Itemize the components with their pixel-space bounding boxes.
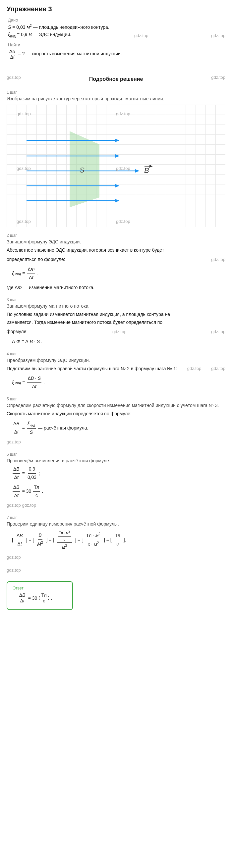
step-3-content: По условию задачи изменяется магнитная и… <box>7 311 225 345</box>
answer-box: Ответ ΔB Δt = 30 ( Тл с ) . <box>7 581 73 610</box>
step-5-label: 5 шаг <box>7 397 225 401</box>
page-title: Упражнение 3 <box>7 5 225 13</box>
find-block: Найти ΔB Δt = ? — скорость изменения маг… <box>7 42 225 60</box>
answer-formula: ΔB Δt = 30 ( Тл с ) . <box>18 592 67 603</box>
step-5-desc: Определим расчетную формулу для скорости… <box>7 403 225 408</box>
watermark-s3b: gdz.top <box>211 328 225 336</box>
watermark-diag-tl: gdz.top <box>17 111 31 116</box>
step-3-label: 3 шаг <box>7 298 225 302</box>
svg-marker-0 <box>69 131 99 207</box>
watermark-s6a: gdz.top <box>7 502 21 509</box>
given-block: Дано S = 0,03 м2 — площадь неподвижного … <box>7 18 225 39</box>
given-s: S = 0,03 м2 — площадь неподвижного конту… <box>8 24 225 30</box>
step-7: 7 шаг Проверим единицу измерения расчётн… <box>7 515 225 561</box>
watermark-s2: gdz.top <box>211 256 225 263</box>
svg-text:B: B <box>144 166 149 175</box>
step-2: 2 шаг Запишем формулу ЭДС индукции. Абсо… <box>7 233 225 291</box>
formula-db-calc: ΔB Δt = ξинд S — расчётная формула. <box>12 420 225 436</box>
svg-marker-2 <box>115 139 119 142</box>
step-1-label: 1 шаг <box>7 90 225 95</box>
svg-marker-8 <box>115 184 119 187</box>
step-2-content: Абсолютное значение ЭДС индукции, котора… <box>7 246 225 291</box>
step-2-desc: Запишем формулу ЭДС индукции. <box>7 239 225 244</box>
step-6-label: 6 шаг <box>7 452 225 457</box>
step-3-desc: Запишем формулу магнитного потока. <box>7 303 225 309</box>
step-6: 6 шаг Произведём вычисления в расчётной … <box>7 452 225 509</box>
step-7-content: [ ΔB Δt ] = [ B М2 ] = [ Тл · м2 с <box>7 529 225 561</box>
watermark-diag-br: gdz.top <box>116 219 130 224</box>
svg-text:S: S <box>80 166 85 174</box>
watermark-s5: gdz.top <box>7 438 21 446</box>
watermark-ans: gdz.top <box>7 568 21 572</box>
detailed-title: Подробное решение <box>89 76 143 82</box>
step-1: 1 шаг Изобразим на рисунке контур через … <box>7 90 225 227</box>
step-4-label: 4 шаг <box>7 352 225 356</box>
svg-marker-4 <box>115 154 119 158</box>
step-1-desc: Изобразим на рисунке контур через которы… <box>7 96 225 101</box>
watermark-diag-ml: gdz.top <box>17 166 31 171</box>
find-text: ΔB Δt = ? — скорость изменения магнитной… <box>8 49 225 60</box>
given-label: Дано <box>8 18 225 23</box>
step-5-content: Скорость магнитной индукции определяется… <box>7 410 225 446</box>
formula-result-30: ΔB Δt = 30 Тл с . <box>12 484 225 500</box>
diagram: S B gdz.top gdz.top gdz.top gdz.top gdz.… <box>7 105 225 227</box>
step-5: 5 шаг Определим расчетную формулу для ск… <box>7 397 225 446</box>
watermark-s7: gdz.top <box>7 554 21 561</box>
formula-units: [ ΔB Δt ] = [ B М2 ] = [ Тл · м2 с <box>12 529 225 551</box>
watermark-diag-tr: gdz.top <box>116 111 130 116</box>
answer-section: gdz.top Ответ ΔB Δt = 30 ( Тл с ) . <box>7 568 225 610</box>
watermark-1: gdz.top <box>134 33 148 38</box>
answer-label: Ответ <box>12 586 67 590</box>
watermark-4: gdz.top <box>211 75 225 80</box>
step-6-content: ΔB Δt = 0,9 0,03 ; ΔB Δt = 30 Тл <box>7 465 225 509</box>
find-label: Найти <box>8 42 225 48</box>
watermark-2: gdz.top <box>211 33 225 38</box>
step-4: 4 шаг Преобразуем формулу ЭДС индукции. … <box>7 352 225 391</box>
watermark-diag-mr: gdz.top <box>116 166 130 171</box>
step-7-desc: Проверим единицу измерения расчётной фор… <box>7 521 225 527</box>
svg-marker-6 <box>135 169 139 173</box>
watermark-s3a: gdz.top <box>112 328 126 336</box>
watermark-s6b: gdz.top <box>22 502 36 509</box>
step-4-desc: Преобразуем формулу ЭДС индукции. <box>7 358 225 363</box>
watermark-s4b: gdz.top <box>211 365 225 372</box>
given-xi: ξинд = 0,9 В — ЭДС индукции. <box>8 32 71 38</box>
formula-xi: ξинд = ΔΦ Δt , <box>12 266 225 282</box>
step-7-label: 7 шаг <box>7 515 225 520</box>
svg-marker-10 <box>115 199 119 203</box>
formula-phi: ΔΦ = ΔB · S. <box>12 338 225 346</box>
step-4-content: Подставим выражение правой части формулы… <box>7 365 225 391</box>
detailed-section: gdz.top Подробное решение gdz.top 1 шаг … <box>7 70 225 610</box>
step-2-label: 2 шаг <box>7 233 225 238</box>
watermark-s4a: gdz.top <box>187 365 202 372</box>
step-6-desc: Произведём вычисления в расчётной формул… <box>7 458 225 463</box>
watermark-3: gdz.top <box>7 75 21 80</box>
formula-calc-nums: ΔB Δt = 0,9 0,03 ; <box>12 465 225 482</box>
step-3: 3 шаг Запишем формулу магнитного потока.… <box>7 298 225 345</box>
watermark-diag-bl: gdz.top <box>17 219 31 224</box>
formula-xi-bs: ξинд = ΔB · S Δt . <box>12 375 225 391</box>
